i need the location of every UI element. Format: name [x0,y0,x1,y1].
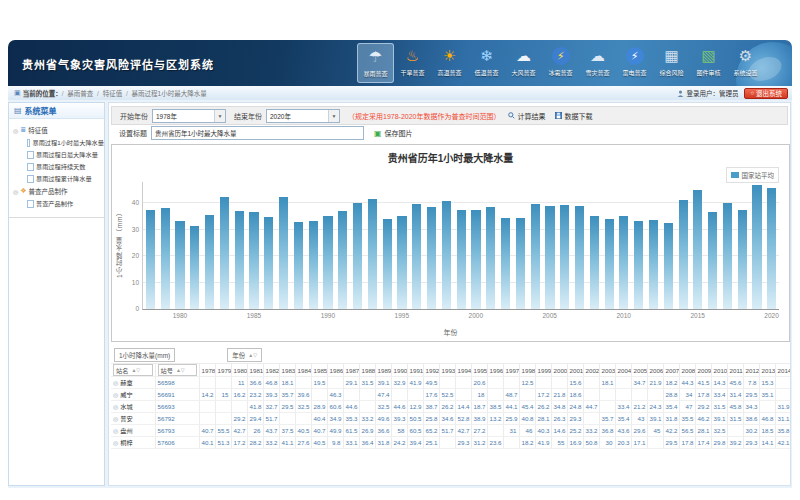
sidebar-group-特征值[interactable]: ◎≣特征值 [13,125,104,135]
year-column-1984[interactable]: 1984 [295,364,311,377]
year-column-1991[interactable]: 1991 [407,364,423,377]
row-radio-icon[interactable]: ◎ [113,416,118,422]
year-column-1993[interactable]: 1993 [439,364,455,377]
year-column-2010[interactable]: 2010 [711,364,727,377]
year-column-2013[interactable]: 2013 [759,364,775,377]
year-column-1987[interactable]: 1987 [343,364,359,377]
column-header-站号[interactable]: 站号▲▽ [155,364,199,377]
year-column-1998[interactable]: 1998 [519,364,535,377]
year-column-2002[interactable]: 2002 [583,364,599,377]
year-column-1996[interactable]: 1996 [487,364,503,377]
year-column-1995[interactable]: 1995 [471,364,487,377]
value-cell [599,389,615,401]
station-name-cell[interactable]: ◎水城 [111,401,155,413]
nav-item-高温普查[interactable]: ☀高温普查 [431,43,468,83]
year-column-1979[interactable]: 1979 [215,364,231,377]
station-name-cell[interactable]: ◎桐梓 [111,437,155,449]
sidebar-group-普查产品制作[interactable]: ◎❖普查产品制作 [13,186,104,196]
data-download-button[interactable]: 数据下载 [555,111,592,121]
nav-item-低温普查[interactable]: ❄低温普查 [468,43,505,83]
breadcrumb-item[interactable]: 暴雨过程1小时最大降水量 [132,90,207,97]
bar-slot [631,182,646,309]
row-radio-icon[interactable]: ◎ [113,380,118,386]
year-column-1990[interactable]: 1990 [391,364,407,377]
year-column-2011[interactable]: 2011 [727,364,743,377]
nav-item-暴雨普查[interactable]: ☂暴雨普查 [357,43,394,83]
year-column-1978[interactable]: 1978 [199,364,215,377]
breadcrumb-item[interactable]: 暴雨普查 [67,90,93,97]
nav-item-冰雹普查[interactable]: ⚡冰雹普查 [542,43,579,83]
year-column-2009[interactable]: 2009 [695,364,711,377]
value-cell: 35.4 [663,401,679,413]
expand-icon[interactable]: ◎ [13,127,18,134]
year-column-1981[interactable]: 1981 [247,364,263,377]
end-year-select[interactable]: 2020年 ▼ [266,109,340,123]
year-column-2001[interactable]: 2001 [567,364,583,377]
column-header-站名[interactable]: 站名▲▽ [111,364,155,377]
year-column-2003[interactable]: 2003 [599,364,615,377]
chart-title-input[interactable] [151,126,364,140]
sidebar-item-暴雨过程持续天数[interactable]: 暴雨过程持续天数 [27,162,104,171]
row-radio-icon[interactable]: ◎ [113,392,118,398]
row-radio-icon[interactable]: ◎ [113,440,118,446]
nav-item-雷电普查[interactable]: ⚡雷电普查 [616,43,653,83]
logout-button[interactable]: ○ 退出系统 [744,88,788,99]
value-cell: 61.5 [343,425,359,437]
sidebar-item-label: 暴雨过程日最大降水量 [36,150,98,159]
nav-item-干旱普查[interactable]: ♨干旱普查 [394,43,431,83]
save-image-button[interactable]: 保存图片 [385,128,413,138]
year-column-2012[interactable]: 2012 [743,364,759,377]
calc-result-button[interactable]: 计算结果 [508,111,545,121]
document-icon [27,139,30,147]
year-column-1997[interactable]: 1997 [503,364,519,377]
value-cell [215,401,231,413]
nav-item-系统设置[interactable]: ⚙系统设置 [727,43,764,83]
measure-filter-box[interactable]: 1小时降水量(mm) [114,348,175,362]
sidebar-item-暴雨过程1小时最大降水量[interactable]: 暴雨过程1小时最大降水量 [27,138,104,147]
value-cell: 46.8 [263,377,279,389]
year-column-2007[interactable]: 2007 [663,364,679,377]
row-radio-icon[interactable]: ◎ [113,404,118,410]
year-column-1989[interactable]: 1989 [375,364,391,377]
bar-1996 [412,204,421,309]
year-column-2004[interactable]: 2004 [615,364,631,377]
value-cell [775,377,790,389]
expand-icon[interactable]: ◎ [13,188,18,195]
value-cell: 42.1 [775,437,790,449]
bar-slot [424,182,439,309]
nav-item-综合风险[interactable]: ▦综合风险 [653,43,690,83]
station-name-cell[interactable]: ◎威宁 [111,389,155,401]
station-name-cell[interactable]: ◎盘州 [111,425,155,437]
year-group-sort-box[interactable]: 年份 ▲▽ [227,348,262,362]
bar-slot [380,182,395,309]
start-year-select[interactable]: 1978年 ▼ [152,109,226,123]
year-column-1999[interactable]: 1999 [535,364,551,377]
nav-item-大风普查[interactable]: ☁大风普查 [505,43,542,83]
year-column-2005[interactable]: 2005 [631,364,647,377]
station-name-cell[interactable]: ◎普安 [111,413,155,425]
value-cell: 33.4 [615,401,631,413]
year-column-1985[interactable]: 1985 [311,364,327,377]
sidebar-item-普查产品制作[interactable]: 普查产品制作 [27,199,104,208]
year-column-1992[interactable]: 1992 [423,364,439,377]
year-column-2008[interactable]: 2008 [679,364,695,377]
sidebar-title: 系统菜单 [25,105,57,116]
chart-legend[interactable]: 国家站平均 [726,167,780,183]
nav-item-图件审核[interactable]: ▧图件审核 [690,43,727,83]
station-name-cell[interactable]: ◎赫章 [111,377,155,389]
year-column-1986[interactable]: 1986 [327,364,343,377]
bar-slot [291,182,306,309]
year-column-2006[interactable]: 2006 [647,364,663,377]
nav-item-雪灾普查[interactable]: ☁雪灾普查 [579,43,616,83]
row-radio-icon[interactable]: ◎ [113,428,118,434]
year-column-2014[interactable]: 2014 [775,364,790,377]
year-column-1980[interactable]: 1980 [231,364,247,377]
sidebar-item-暴雨过程累计降水量[interactable]: 暴雨过程累计降水量 [27,174,104,183]
sidebar-item-暴雨过程日最大降水量[interactable]: 暴雨过程日最大降水量 [27,150,104,159]
breadcrumb-item[interactable]: 特征值 [103,90,123,97]
year-column-2000[interactable]: 2000 [551,364,567,377]
year-column-1988[interactable]: 1988 [359,364,375,377]
year-column-1994[interactable]: 1994 [455,364,471,377]
year-column-1982[interactable]: 1982 [263,364,279,377]
year-column-1983[interactable]: 1983 [279,364,295,377]
